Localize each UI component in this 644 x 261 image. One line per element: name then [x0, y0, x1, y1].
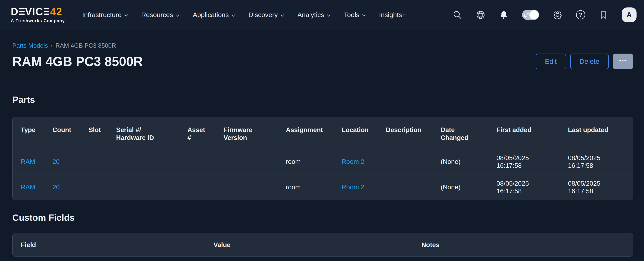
nav-item-discovery[interactable]: Discovery — [248, 11, 284, 19]
avatar-letter: A — [627, 11, 632, 19]
cell-slot — [88, 149, 116, 174]
part-count-link[interactable]: 20 — [52, 158, 60, 165]
col-type: Type — [12, 117, 52, 149]
col-serial-hardware-id: Serial #/ Hardware ID — [116, 117, 188, 149]
logo-42: 42 — [50, 6, 62, 17]
notifications-bell-icon[interactable] — [499, 10, 508, 20]
col-date-changed: Date Changed — [441, 117, 496, 149]
breadcrumb-parts-models-link[interactable]: Parts Models — [12, 42, 48, 49]
parts-table-row: RAM 20 room Room 2 (None) 08/05/2025 16:… — [12, 149, 633, 174]
more-actions-button[interactable]: ••• — [613, 53, 633, 69]
col-description: Description — [386, 117, 441, 149]
cell-assignment: room — [286, 174, 342, 200]
parts-table-row: RAM 20 room Room 2 (None) 08/05/2025 16:… — [12, 174, 633, 200]
col-slot: Slot — [88, 117, 116, 149]
cell-date-changed: (None) — [441, 149, 496, 174]
parts-table: Type Count Slot Serial #/ Hardware ID As… — [12, 117, 633, 200]
col-count: Count — [52, 117, 88, 149]
help-icon[interactable]: ? — [576, 10, 585, 19]
cell-location: Room 2 — [342, 174, 386, 200]
col-value: Value — [214, 241, 422, 249]
part-type-link[interactable]: RAM — [21, 184, 35, 191]
breadcrumb-current: RAM 4GB PC3 8500R — [56, 42, 116, 49]
chevron-down-icon — [124, 13, 128, 18]
search-icon[interactable] — [453, 10, 462, 20]
delete-button[interactable]: Delete — [570, 53, 609, 69]
custom-fields-heading: Custom Fields — [12, 212, 633, 223]
navbar-actions: ? A — [453, 7, 636, 22]
parts-table-card: Type Count Slot Serial #/ Hardware ID As… — [12, 117, 633, 200]
toggle-knob — [530, 10, 539, 19]
logo-bar-e-icon — [19, 8, 24, 15]
cell-last-updated: 08/05/2025 16:17:58 — [568, 174, 633, 200]
cell-asset — [188, 174, 224, 200]
device42-logo[interactable]: DVIC42 A Freshworks Company — [11, 6, 65, 23]
col-location: Location — [342, 117, 386, 149]
cell-description — [386, 174, 441, 200]
cell-date-changed: (None) — [441, 174, 496, 200]
title-row: RAM 4GB PC3 8500R Edit Delete ••• — [12, 53, 633, 69]
parts-section-heading: Parts — [12, 94, 633, 105]
nav-item-resources[interactable]: Resources — [141, 11, 180, 19]
edit-button[interactable]: Edit — [536, 53, 566, 69]
page-title: RAM 4GB PC3 8500R — [12, 54, 143, 69]
bookmark-icon[interactable] — [599, 10, 608, 20]
chevron-down-icon — [280, 13, 284, 18]
cell-firmware — [224, 149, 286, 174]
cell-first-added: 08/05/2025 16:17:58 — [496, 174, 568, 200]
page-content: Parts Models › RAM 4GB PC3 8500R RAM 4GB… — [0, 42, 644, 257]
nav-item-applications[interactable]: Applications — [193, 11, 235, 19]
breadcrumb: Parts Models › RAM 4GB PC3 8500R — [12, 42, 633, 49]
cell-serial — [116, 174, 188, 200]
chevron-down-icon — [176, 13, 180, 18]
chevron-down-icon — [326, 13, 331, 18]
page-actions: Edit Delete ••• — [536, 53, 633, 69]
nav-item-insights[interactable]: Insights+ — [379, 11, 406, 19]
logo-letter-d: D — [11, 6, 19, 17]
logo-bar-e-icon — [44, 8, 49, 15]
col-notes: Notes — [422, 241, 633, 249]
cell-first-added: 08/05/2025 16:17:58 — [496, 149, 568, 174]
main-menu: Infrastructure Resources Applications Di… — [82, 11, 406, 19]
logo-letters-vic: VIC — [25, 6, 44, 17]
cell-count: 20 — [52, 174, 88, 200]
cell-description — [386, 149, 441, 174]
col-first-added: First added — [496, 117, 568, 149]
location-link[interactable]: Room 2 — [342, 158, 364, 165]
col-assignment: Assignment — [286, 117, 342, 149]
col-last-updated: Last updated — [568, 117, 633, 149]
settings-gear-icon[interactable] — [553, 10, 562, 20]
user-avatar[interactable]: A — [622, 7, 636, 22]
col-field: Field — [12, 241, 214, 249]
cell-serial — [116, 149, 188, 174]
cell-type: RAM — [12, 174, 52, 200]
custom-fields-header-row: Field Value Notes — [12, 233, 633, 257]
nav-item-analytics[interactable]: Analytics — [298, 11, 331, 19]
part-count-link[interactable]: 20 — [52, 184, 60, 191]
nav-item-infrastructure[interactable]: Infrastructure — [82, 11, 128, 19]
cell-location: Room 2 — [342, 149, 386, 174]
logo-tagline: A Freshworks Company — [11, 18, 65, 23]
part-type-link[interactable]: RAM — [21, 158, 35, 165]
device42-logo-text: DVIC42 — [11, 6, 65, 17]
globe-icon[interactable] — [476, 10, 486, 20]
breadcrumb-separator: › — [51, 42, 53, 49]
cell-last-updated: 08/05/2025 16:17:58 — [568, 149, 633, 174]
nav-item-tools[interactable]: Tools — [344, 11, 366, 19]
cell-count: 20 — [52, 149, 88, 174]
custom-fields-card: Field Value Notes — [12, 233, 633, 257]
cell-type: RAM — [12, 149, 52, 174]
cell-slot — [88, 174, 116, 200]
cell-asset — [188, 149, 224, 174]
top-navbar: DVIC42 A Freshworks Company Infrastructu… — [0, 0, 644, 30]
chevron-down-icon — [362, 13, 366, 18]
dark-mode-toggle[interactable] — [522, 10, 539, 20]
parts-header-row: Type Count Slot Serial #/ Hardware ID As… — [12, 117, 633, 149]
cell-firmware — [224, 174, 286, 200]
col-asset: Asset # — [188, 117, 224, 149]
col-firmware-version: Firmware Version — [224, 117, 286, 149]
cell-assignment: room — [286, 149, 342, 174]
chevron-down-icon — [231, 13, 236, 18]
location-link[interactable]: Room 2 — [342, 184, 364, 191]
